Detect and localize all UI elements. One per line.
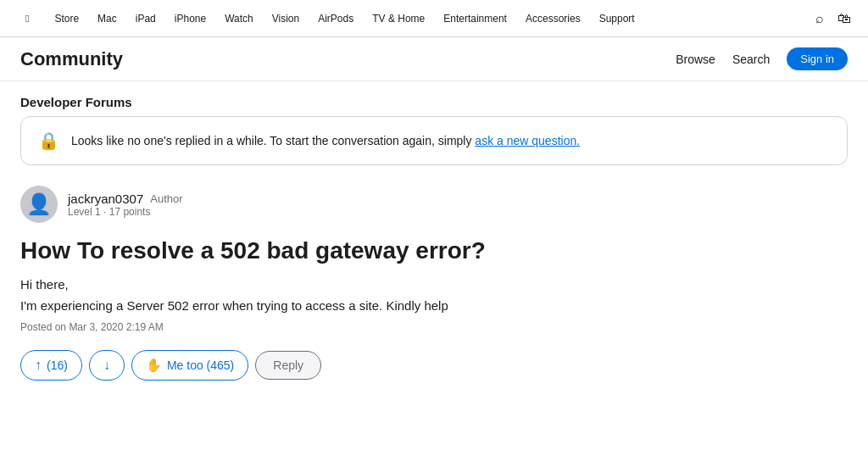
author-badge: Author — [150, 192, 182, 205]
avatar-icon: 👤 — [26, 192, 52, 216]
reply-button[interactable]: Reply — [255, 351, 321, 380]
action-buttons: ↑ (16) ↓ ✋ Me too (465) Reply — [20, 350, 848, 381]
upvote-icon: ↑ — [35, 358, 42, 373]
nav-support[interactable]: Support — [591, 0, 643, 37]
breadcrumb: Developer Forums — [0, 81, 868, 116]
breadcrumb-label: Developer Forums — [20, 95, 132, 109]
upvote-count: (16) — [47, 358, 68, 372]
nav-vision[interactable]: Vision — [264, 0, 308, 37]
community-title: Community — [20, 48, 123, 70]
author-level: Level 1 · 17 points — [68, 206, 183, 218]
downvote-button[interactable]: ↓ — [89, 350, 125, 381]
nav-tv-home[interactable]: TV & Home — [364, 0, 433, 37]
signin-button[interactable]: Sign in — [787, 47, 848, 70]
metoo-button[interactable]: ✋ Me too (465) — [131, 350, 248, 381]
notice-box: 🔒 Looks like no one's replied in a while… — [20, 116, 848, 165]
reply-label: Reply — [273, 358, 303, 372]
post-header: 👤 jackryan0307 Author Level 1 · 17 point… — [20, 186, 848, 223]
bag-icon[interactable]: 🛍 — [837, 11, 851, 26]
post-body: I'm experiencing a Server 502 error when… — [20, 298, 848, 313]
avatar: 👤 — [20, 186, 58, 223]
downvote-icon: ↓ — [103, 358, 110, 373]
nav-entertainment[interactable]: Entertainment — [435, 0, 515, 37]
upvote-button[interactable]: ↑ (16) — [20, 350, 82, 381]
metoo-label: Me too (465) — [167, 358, 234, 372]
nav-ipad[interactable]: iPad — [127, 0, 164, 37]
author-row: jackryan0307 Author — [68, 192, 183, 206]
notice-text: Looks like no one's replied in a while. … — [71, 132, 580, 150]
nav-iphone[interactable]: iPhone — [166, 0, 214, 37]
nav-mac[interactable]: Mac — [89, 0, 125, 37]
community-actions: Browse Search Sign in — [676, 47, 848, 70]
author-name: jackryan0307 — [68, 192, 143, 206]
apple-logo[interactable]:  — [17, 0, 37, 37]
ask-new-question-link[interactable]: ask a new question. — [475, 134, 580, 147]
lock-icon: 🔒 — [38, 131, 59, 151]
post-date: Posted on Mar 3, 2020 2:19 AM — [20, 321, 848, 333]
browse-link[interactable]: Browse — [676, 53, 715, 66]
hand-icon: ✋ — [146, 358, 162, 373]
post-greeting: Hi there, — [20, 277, 848, 292]
post-title: How To resolve a 502 bad gateway error? — [20, 236, 848, 265]
nav-airpods[interactable]: AirPods — [309, 0, 362, 37]
top-navigation:  Store Mac iPad iPhone Watch Vision Air… — [0, 0, 868, 37]
main-content: 🔒 Looks like no one's replied in a while… — [0, 116, 868, 401]
search-icon[interactable]: ⌕ — [815, 11, 824, 26]
post-meta: jackryan0307 Author Level 1 · 17 points — [68, 192, 183, 218]
nav-watch[interactable]: Watch — [216, 0, 262, 37]
nav-accessories[interactable]: Accessories — [517, 0, 589, 37]
search-link[interactable]: Search — [732, 53, 770, 66]
nav-store[interactable]: Store — [46, 0, 87, 37]
community-bar: Community Browse Search Sign in — [0, 37, 868, 81]
